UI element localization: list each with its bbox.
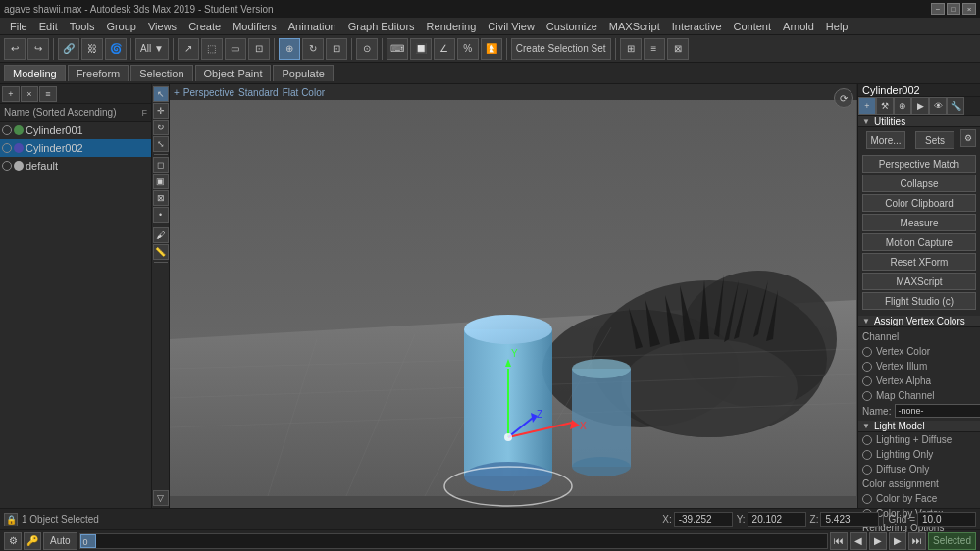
- menu-item-interactive[interactable]: Interactive: [666, 20, 728, 33]
- lt-measure-button[interactable]: 📏: [153, 244, 169, 260]
- menu-item-civil-view[interactable]: Civil View: [482, 20, 540, 33]
- menu-item-group[interactable]: Group: [100, 20, 142, 33]
- lt-select-button[interactable]: ↖: [153, 86, 169, 102]
- time-slider[interactable]: 0: [79, 533, 829, 549]
- align-button[interactable]: ≡: [644, 38, 665, 60]
- move-button[interactable]: ⊕: [279, 38, 300, 60]
- select-by-name-button[interactable]: ⬚: [201, 38, 223, 60]
- menu-item-help[interactable]: Help: [820, 20, 854, 33]
- utility-button-flight-studio-c[interactable]: Flight Studio (c): [862, 292, 976, 310]
- menu-item-modifiers[interactable]: Modifiers: [227, 20, 283, 33]
- se-item-cylinder002[interactable]: Cylinder002: [0, 139, 151, 157]
- layer-manager-button[interactable]: ⊠: [667, 38, 689, 60]
- prev-frame-button[interactable]: ◀: [850, 532, 867, 550]
- menu-item-views[interactable]: Views: [142, 20, 182, 33]
- lock-selection-button[interactable]: 🔒: [4, 513, 18, 526]
- angle-snap-button[interactable]: ∠: [434, 38, 455, 60]
- unlink-button[interactable]: ⛓: [81, 38, 103, 60]
- mode-tab-freeform[interactable]: Freeform: [68, 65, 129, 81]
- go-to-start-button[interactable]: ⏮: [830, 532, 848, 550]
- se-options-button[interactable]: ≡: [39, 86, 57, 102]
- utility-button-maxscript[interactable]: MAXScript: [862, 273, 976, 290]
- rotate-button[interactable]: ↻: [302, 38, 324, 60]
- time-slider-thumb[interactable]: 0: [80, 534, 96, 548]
- rp-tab-hierarchy[interactable]: ⊕: [894, 97, 911, 115]
- bind-to-space-warp-button[interactable]: 🌀: [105, 38, 127, 60]
- utilities-section-title[interactable]: Utilities: [858, 116, 980, 127]
- maximize-button[interactable]: □: [947, 3, 960, 15]
- radio-button[interactable]: [862, 362, 872, 372]
- menu-item-arnold[interactable]: Arnold: [777, 20, 820, 33]
- utility-button-color-clipboard[interactable]: Color Clipboard: [862, 194, 976, 212]
- radio-button[interactable]: [862, 376, 872, 386]
- se-delete-button[interactable]: ×: [21, 86, 38, 102]
- mode-tab-modeling[interactable]: Modeling: [4, 65, 66, 81]
- mirror-button[interactable]: ⊞: [620, 38, 642, 60]
- light-radio-button[interactable]: [862, 465, 872, 475]
- radio-button[interactable]: [862, 347, 872, 357]
- radio-row-vertex-illum[interactable]: Vertex Illum: [858, 359, 980, 374]
- sets-button[interactable]: Sets: [915, 131, 954, 149]
- light-model-title[interactable]: Light Model: [858, 421, 980, 432]
- radio-button[interactable]: [862, 391, 872, 401]
- redo-button[interactable]: ↪: [27, 38, 49, 60]
- menu-item-graph-editors[interactable]: Graph Editors: [342, 20, 421, 33]
- viewport-orbit-button[interactable]: ⟳: [834, 88, 853, 108]
- y-value[interactable]: 20.102: [748, 512, 806, 527]
- scale-button[interactable]: ⊡: [326, 38, 347, 60]
- menu-item-customize[interactable]: Customize: [541, 20, 603, 33]
- snap-toggle-button[interactable]: 🔲: [410, 38, 432, 60]
- keyboard-shortcut-override-button[interactable]: ⌨: [387, 38, 408, 60]
- mode-tab-populate[interactable]: Populate: [273, 65, 333, 81]
- lt-scale-button[interactable]: ⤡: [153, 136, 169, 152]
- rp-tab-modify[interactable]: ⚒: [876, 97, 894, 115]
- menu-item-file[interactable]: File: [4, 20, 33, 33]
- x-value[interactable]: -39.252: [674, 512, 733, 527]
- percent-snap-button[interactable]: %: [457, 38, 479, 60]
- set-keys-button[interactable]: 🔑: [24, 532, 41, 550]
- mode-tab-object-paint[interactable]: Object Paint: [195, 65, 272, 81]
- utility-button-collapse[interactable]: Collapse: [862, 175, 976, 192]
- select-region-button[interactable]: ▭: [225, 38, 246, 60]
- light-radio-row-diffuse-only[interactable]: Diffuse Only: [858, 462, 980, 476]
- color-radio-row-color-by-face[interactable]: Color by Face: [858, 491, 980, 506]
- undo-button[interactable]: ↩: [4, 38, 26, 60]
- select-object-button[interactable]: ↗: [178, 38, 199, 60]
- color-radio-button[interactable]: [862, 494, 872, 504]
- menu-item-edit[interactable]: Edit: [33, 20, 64, 33]
- menu-item-create[interactable]: Create: [182, 20, 227, 33]
- se-new-button[interactable]: +: [2, 86, 20, 102]
- lt-move-button[interactable]: ✛: [153, 103, 169, 119]
- use-pivot-point-button[interactable]: ⊙: [356, 38, 378, 60]
- rp-tab-display[interactable]: 👁: [929, 97, 947, 115]
- rp-tab-utilities[interactable]: 🔧: [947, 97, 964, 115]
- selection-filter-dropdown[interactable]: All ▼: [135, 38, 169, 60]
- name-input[interactable]: [895, 404, 980, 418]
- mode-tab-selection[interactable]: Selection: [130, 65, 192, 81]
- select-and-link-button[interactable]: 🔗: [58, 38, 79, 60]
- radio-row-vertex-alpha[interactable]: Vertex Alpha: [858, 374, 980, 388]
- utility-button-reset-xform[interactable]: Reset XForm: [862, 253, 976, 271]
- menu-item-content[interactable]: Content: [728, 20, 778, 33]
- create-selection-set-dropdown[interactable]: Create Selection Set: [511, 38, 611, 60]
- lt-edge-button[interactable]: ⊠: [153, 190, 169, 206]
- more-button[interactable]: More...: [866, 131, 905, 149]
- se-item-default[interactable]: default: [0, 157, 151, 175]
- close-button[interactable]: ×: [962, 3, 976, 15]
- minimize-button[interactable]: −: [931, 3, 945, 15]
- z-value[interactable]: 5.423: [820, 512, 879, 527]
- utility-button-motion-capture[interactable]: Motion Capture: [862, 233, 976, 251]
- rp-tab-motion[interactable]: ▶: [911, 97, 929, 115]
- utilities-gear-button[interactable]: ⚙: [960, 129, 976, 147]
- assign-vertex-colors-title[interactable]: Assign Vertex Colors: [858, 316, 980, 327]
- radio-row-map-channel[interactable]: Map Channel: [858, 388, 980, 403]
- menu-item-maxscript[interactable]: MAXScript: [603, 20, 666, 33]
- lt-rotate-button[interactable]: ↻: [153, 120, 169, 135]
- light-radio-row-lighting--diffuse[interactable]: Lighting + Diffuse: [858, 432, 980, 447]
- key-filters-button[interactable]: ⚙: [4, 532, 22, 550]
- auto-key-button[interactable]: Auto: [43, 532, 77, 550]
- spinner-snap-button[interactable]: ⏫: [481, 38, 502, 60]
- menu-item-tools[interactable]: Tools: [64, 20, 101, 33]
- utility-button-perspective-match[interactable]: Perspective Match: [862, 155, 976, 173]
- lt-bottom-button[interactable]: ▽: [153, 490, 169, 506]
